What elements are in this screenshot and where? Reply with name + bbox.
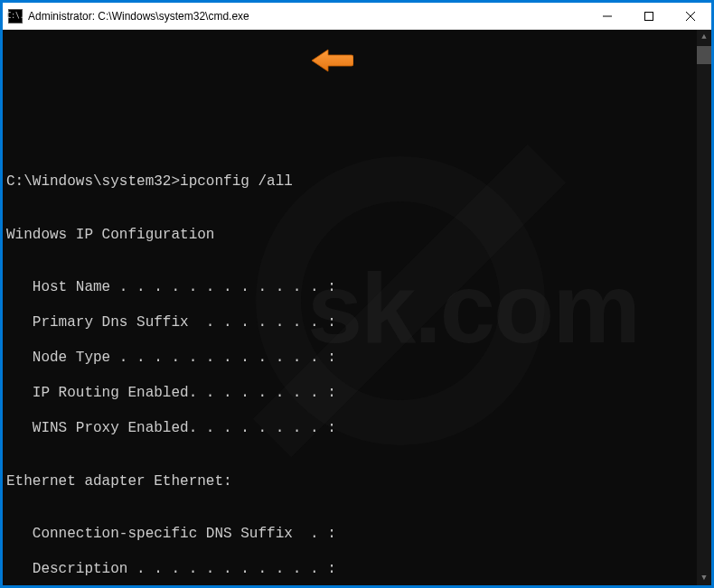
terminal[interactable]: sk.com C:\Windows\system32>ipconfig /all… xyxy=(3,30,711,585)
close-icon xyxy=(686,12,695,21)
app-window: C:\. Administrator: C:\Windows\system32\… xyxy=(3,3,711,585)
maximize-button[interactable] xyxy=(628,3,670,29)
window-controls xyxy=(587,3,711,29)
terminal-line: Primary Dns Suffix . . . . . . . : xyxy=(6,314,708,332)
scrollbar-thumb[interactable] xyxy=(697,46,711,64)
scroll-up-icon[interactable]: ▲ xyxy=(697,30,711,44)
prompt: C:\Windows\system32> xyxy=(6,173,180,190)
window-title: Administrator: C:\Windows\system32\cmd.e… xyxy=(28,10,587,23)
prompt-line: C:\Windows\system32>ipconfig /all xyxy=(6,173,708,191)
terminal-line: Host Name . . . . . . . . . . . . : xyxy=(6,279,708,297)
arrow-annotation-icon xyxy=(310,48,353,73)
terminal-line: Node Type . . . . . . . . . . . . : xyxy=(6,350,708,368)
minimize-icon xyxy=(603,12,612,21)
minimize-button[interactable] xyxy=(587,3,628,29)
terminal-line: WINS Proxy Enabled. . . . . . . . : xyxy=(6,420,708,438)
adapter-header: Ethernet adapter Ethernet: xyxy=(6,473,708,491)
titlebar[interactable]: C:\. Administrator: C:\Windows\system32\… xyxy=(3,3,711,30)
cmd-icon: C:\. xyxy=(8,9,23,23)
maximize-icon xyxy=(644,12,653,21)
terminal-content: C:\Windows\system32>ipconfig /all Window… xyxy=(6,138,708,585)
terminal-line: IP Routing Enabled. . . . . . . . : xyxy=(6,385,708,403)
close-button[interactable] xyxy=(670,3,711,29)
terminal-line: Connection-specific DNS Suffix . : xyxy=(6,526,708,544)
terminal-line: Description . . . . . . . . . . . : xyxy=(6,561,708,579)
svg-rect-1 xyxy=(645,12,653,20)
section-header: Windows IP Configuration xyxy=(6,227,708,245)
command: ipconfig /all xyxy=(180,173,293,190)
cmd-icon-text: C:\. xyxy=(6,13,23,20)
